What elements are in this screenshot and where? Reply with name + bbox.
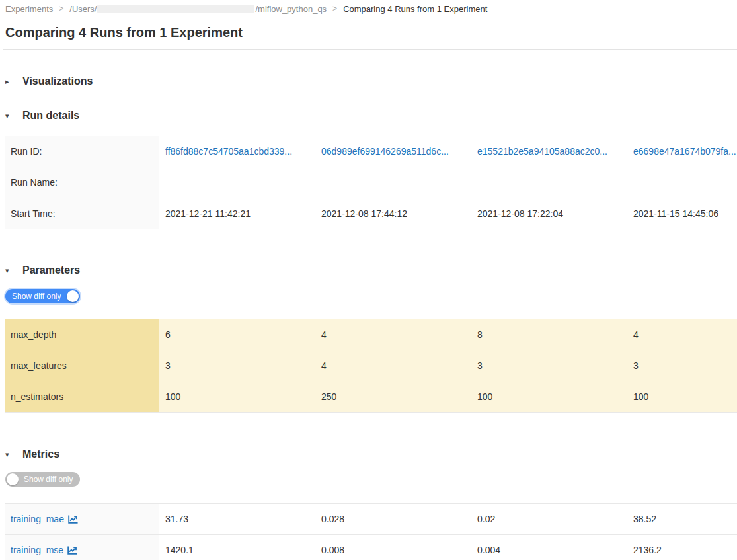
param-value-cell: 4 [315, 319, 471, 350]
row-label-cell: Run ID: [5, 136, 159, 167]
section-header-metrics[interactable]: ▾ Metrics [5, 448, 59, 461]
toggle-knob [67, 290, 79, 302]
parameters-show-diff-only-toggle[interactable]: Show diff only [5, 289, 80, 303]
section-header-run-details[interactable]: ▾ Run details [5, 109, 79, 122]
line-chart-icon [68, 515, 78, 524]
table-row-max-features: max_features 3 4 3 3 [5, 350, 737, 381]
param-value-cell: 8 [471, 319, 627, 350]
param-value-cell: 6 [159, 319, 315, 350]
table-row-start-time: Start Time: 2021-12-21 11:42:21 2021-12-… [5, 198, 737, 229]
run-id-link[interactable]: ff86fd88c7c54705aa1cbd339... [165, 146, 292, 157]
start-time-cell: 2021-12-21 11:42:21 [159, 198, 315, 229]
metrics-show-diff-only-toggle[interactable]: Show diff only [5, 472, 80, 487]
run-id-link[interactable]: e15521b2e5a94105a88ac2c0... [477, 146, 607, 157]
run-name-cell [315, 167, 471, 198]
section-label: Run details [22, 109, 79, 122]
run-id-cell: ff86fd88c7c54705aa1cbd339... [159, 136, 315, 167]
section-header-parameters[interactable]: ▾ Parameters [5, 264, 80, 277]
param-name-cell: n_estimators [5, 381, 159, 413]
caret-down-icon: ▾ [5, 264, 13, 277]
metric-value-cell: 1420.1 [159, 535, 315, 560]
table-row-run-id: Run ID: ff86fd88c7c54705aa1cbd339... 06d… [5, 136, 737, 167]
line-chart-icon [67, 546, 77, 555]
param-value-cell: 3 [627, 350, 737, 381]
metric-value-cell: 0.008 [315, 535, 471, 560]
run-id-cell: 06d989ef699146269a511d6c... [315, 136, 471, 167]
breadcrumb-path-prefix: /Users/ [69, 4, 97, 14]
title-divider [3, 49, 737, 50]
param-value-cell: 4 [627, 319, 737, 350]
breadcrumb-experiment-path-link[interactable]: /Users//mlflow_python_qs [69, 4, 327, 14]
run-id-link[interactable]: e6698e47a1674b079fa... [633, 146, 736, 157]
param-name-cell: max_features [5, 350, 159, 381]
table-row-n-estimators: n_estimators 100 250 100 100 [5, 381, 737, 413]
start-time-cell: 2021-11-15 14:45:06 [627, 198, 737, 229]
parameters-table: max_depth 6 4 8 4 max_features 3 4 3 3 n… [5, 319, 737, 413]
metric-value-cell: 0.004 [471, 535, 627, 560]
metric-value-cell: 2136.2 [627, 535, 737, 560]
metric-link[interactable]: training_mse [11, 545, 77, 555]
metric-name-cell: training_mse [5, 535, 159, 560]
row-label-cell: Run Name: [5, 167, 159, 198]
metric-label: training_mae [11, 514, 64, 524]
run-id-cell: e15521b2e5a94105a88ac2c0... [471, 136, 627, 167]
param-value-cell: 100 [471, 381, 627, 413]
param-name-cell: max_depth [5, 319, 159, 350]
row-label-cell: Start Time: [5, 198, 159, 229]
start-time-cell: 2021-12-08 17:44:12 [315, 198, 471, 229]
section-label: Visualizations [22, 75, 93, 88]
start-time-cell: 2021-12-08 17:22:04 [471, 198, 627, 229]
metric-value-cell: 0.02 [471, 504, 627, 535]
metrics-table: training_mae 31.73 0.028 0.02 38.52 trai… [5, 503, 737, 560]
breadcrumb-current-page: Comparing 4 Runs from 1 Experiment [343, 4, 487, 14]
caret-right-icon: ▸ [5, 75, 13, 88]
run-name-cell [471, 167, 627, 198]
section-label: Parameters [22, 264, 80, 277]
param-value-cell: 4 [315, 350, 471, 381]
breadcrumb: Experiments > /Users//mlflow_python_qs >… [5, 3, 737, 15]
breadcrumb-path-suffix: /mlflow_python_qs [255, 4, 327, 14]
compare-runs-page: Experiments > /Users//mlflow_python_qs >… [0, 0, 737, 560]
table-row-training-mae: training_mae 31.73 0.028 0.02 38.52 [5, 504, 737, 535]
run-name-cell [159, 167, 315, 198]
caret-down-icon: ▾ [5, 448, 13, 461]
toggle-knob [7, 473, 19, 485]
chevron-right-icon: > [59, 4, 63, 13]
metric-link[interactable]: training_mae [11, 514, 78, 524]
breadcrumb-experiments-link[interactable]: Experiments [5, 4, 53, 14]
param-value-cell: 3 [471, 350, 627, 381]
run-details-table: Run ID: ff86fd88c7c54705aa1cbd339... 06d… [5, 136, 737, 229]
chevron-right-icon: > [332, 4, 337, 13]
metric-value-cell: 38.52 [627, 504, 737, 535]
param-value-cell: 3 [159, 350, 315, 381]
table-row-run-name: Run Name: [5, 167, 737, 198]
metric-label: training_mse [11, 545, 63, 555]
param-value-cell: 250 [315, 381, 471, 413]
run-name-cell [627, 167, 737, 198]
metric-value-cell: 0.028 [315, 504, 471, 535]
metric-value-cell: 31.73 [159, 504, 315, 535]
section-header-visualizations[interactable]: ▸ Visualizations [5, 75, 93, 88]
redacted-path-segment [97, 5, 254, 13]
param-value-cell: 100 [627, 381, 737, 413]
table-row-max-depth: max_depth 6 4 8 4 [5, 319, 737, 350]
page-title: Comparing 4 Runs from 1 Experiment [5, 24, 737, 41]
run-id-cell: e6698e47a1674b079fa... [627, 136, 737, 167]
table-row-training-mse: training_mse 1420.1 0.008 0.004 2136.2 [5, 535, 737, 560]
section-label: Metrics [22, 448, 59, 461]
caret-down-icon: ▾ [5, 109, 13, 122]
param-value-cell: 100 [159, 381, 315, 413]
run-id-link[interactable]: 06d989ef699146269a511d6c... [321, 146, 449, 157]
metric-name-cell: training_mae [5, 504, 159, 535]
